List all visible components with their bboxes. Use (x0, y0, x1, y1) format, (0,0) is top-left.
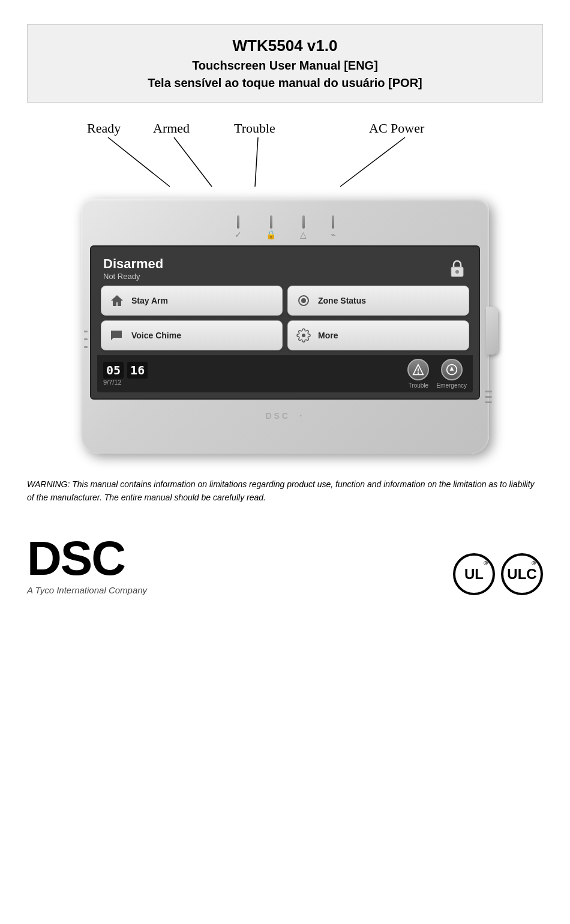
footer-logos: DSC A Tyco International Company ® UL ® … (27, 535, 543, 595)
warning-section: WARNING: This manual contains informatio… (27, 478, 543, 505)
led-trouble: △ (300, 215, 307, 239)
armed-label: Armed (153, 121, 190, 136)
ulc-reg-mark: ® (532, 560, 536, 566)
stay-arm-button[interactable]: Stay Arm (101, 286, 283, 316)
header-box: WTK5504 v1.0 Touchscreen User Manual [EN… (27, 24, 543, 103)
right-side-bump (486, 307, 498, 355)
more-button[interactable]: More (287, 320, 469, 350)
led-row: ✓ 🔒 △ ⌁ (90, 211, 480, 243)
buttons-grid: Stay Arm Zone Status (97, 283, 473, 355)
trouble-icon (407, 359, 429, 380)
left-grip (84, 331, 88, 348)
touchscreen[interactable]: Disarmed Not Ready (90, 245, 480, 400)
voice-chime-button[interactable]: Voice Chime (101, 320, 283, 350)
svg-point-10 (418, 373, 419, 374)
svg-line-2 (255, 137, 258, 187)
ac-power-label: AC Power (369, 121, 424, 136)
trouble-button[interactable]: Trouble (407, 359, 429, 389)
time-display: 05 16 (103, 362, 148, 379)
zone-status-button[interactable]: Zone Status (287, 286, 469, 316)
warning-text: WARNING: This manual contains informatio… (27, 478, 543, 505)
dsc-brand-name: DSC (27, 535, 147, 583)
screen-header: Disarmed Not Ready (97, 253, 473, 283)
trouble-label-indicator: Trouble (234, 121, 275, 136)
ul-reg-mark: ® (484, 560, 488, 566)
date-display: 9/7/12 (103, 379, 148, 386)
time-date-display: 05 16 9/7/12 (103, 362, 148, 386)
svg-point-7 (301, 298, 306, 303)
subtitle-eng: Touchscreen User Manual [ENG] (46, 59, 524, 73)
stay-arm-label: Stay Arm (131, 296, 168, 305)
led-ac-power: ⌁ (331, 215, 335, 239)
svg-point-5 (455, 270, 459, 274)
ready-label: Ready (87, 121, 121, 136)
ulc-label: ULC (507, 567, 536, 581)
screen-bottom-bar: 05 16 9/7/12 (97, 355, 473, 392)
page-title: WTK5504 v1.0 (46, 37, 524, 55)
more-label: More (318, 331, 338, 340)
status-text: Disarmed Not Ready (103, 256, 163, 281)
time-hour: 05 (103, 362, 124, 379)
connector-lines (81, 121, 489, 199)
dsc-footer-logo: DSC A Tyco International Company (27, 535, 147, 595)
status-sub: Not Ready (103, 272, 163, 281)
ul-cert-logo: ® UL (453, 553, 495, 595)
led-armed: 🔒 (266, 215, 276, 239)
diagram-area: Ready Armed Trouble AC Power (27, 121, 543, 454)
bottom-action-buttons: Trouble Emergency (407, 359, 467, 389)
right-speaker (485, 391, 492, 403)
chat-icon (109, 327, 125, 344)
svg-line-1 (174, 137, 212, 187)
zone-status-label: Zone Status (318, 296, 366, 305)
trouble-btn-label: Trouble (409, 382, 429, 389)
device-brand-logo: DSC · (90, 400, 480, 436)
ul-label: UL (464, 567, 484, 581)
svg-line-0 (108, 137, 170, 187)
led-ready: ✓ (235, 215, 242, 239)
home-icon (109, 292, 125, 309)
certification-logos: ® UL ® ULC (453, 553, 543, 595)
emergency-btn-label: Emergency (436, 382, 467, 389)
time-min: 16 (127, 362, 148, 379)
device-panel: ✓ 🔒 △ ⌁ (81, 199, 489, 454)
subtitle-por: Tela sensível ao toque manual do usuário… (46, 76, 524, 90)
emergency-button[interactable]: Emergency (436, 359, 467, 389)
voice-chime-label: Voice Chime (131, 331, 181, 340)
svg-point-8 (302, 334, 305, 337)
status-main: Disarmed (103, 256, 163, 272)
dsc-tagline: A Tyco International Company (27, 585, 147, 595)
gear-icon (295, 327, 312, 344)
ulc-cert-logo: ® ULC (501, 553, 543, 595)
camera-icon (295, 292, 312, 309)
svg-line-3 (340, 137, 405, 187)
emergency-icon (441, 359, 463, 380)
lock-icon (448, 257, 467, 279)
